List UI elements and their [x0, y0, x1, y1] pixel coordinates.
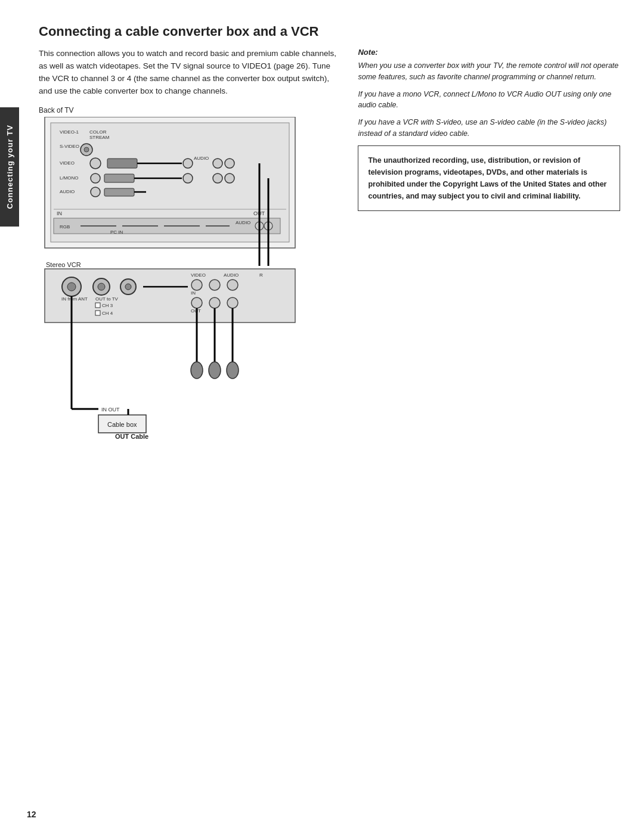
- svg-text:S-VIDEO: S-VIDEO: [60, 144, 79, 149]
- svg-rect-54: [95, 311, 100, 315]
- svg-text:STREAM: STREAM: [89, 135, 110, 140]
- svg-point-12: [183, 159, 193, 168]
- intro-paragraph: This connection allows you to watch and …: [39, 48, 340, 98]
- svg-point-66: [227, 297, 238, 308]
- note-line-1: When you use a converter box with your T…: [358, 60, 620, 83]
- svg-text:OUT to TV: OUT to TV: [95, 296, 119, 302]
- svg-rect-52: [95, 303, 100, 308]
- svg-rect-42: [45, 269, 295, 323]
- svg-point-60: [191, 280, 202, 290]
- warning-text: The unauthorized recording, use, distrib…: [368, 154, 610, 202]
- svg-text:Stereo VCR: Stereo VCR: [46, 261, 81, 268]
- svg-point-47: [98, 283, 105, 290]
- svg-point-62: [227, 280, 238, 290]
- svg-point-65: [209, 297, 220, 308]
- svg-text:PC IN: PC IN: [110, 230, 123, 235]
- page-title: Connecting a cable converter box and a V…: [39, 24, 620, 39]
- svg-text:AUDIO: AUDIO: [236, 220, 250, 225]
- svg-point-24: [91, 187, 100, 197]
- sidebar-tab-label: Connecting your TV: [5, 125, 14, 209]
- back-of-tv-label: Back of TV: [39, 106, 340, 114]
- note-heading: Note:: [358, 48, 620, 57]
- svg-point-64: [191, 297, 202, 308]
- svg-rect-18: [104, 174, 134, 182]
- svg-point-72: [209, 362, 221, 379]
- svg-point-14: [213, 159, 222, 168]
- svg-point-73: [227, 362, 239, 379]
- svg-text:VIDEO-1: VIDEO-1: [60, 129, 79, 135]
- svg-text:L/MONO: L/MONO: [60, 175, 79, 181]
- svg-point-17: [91, 173, 100, 183]
- svg-text:COLOR: COLOR: [89, 129, 107, 135]
- svg-point-21: [213, 173, 222, 183]
- svg-text:CH 3: CH 3: [102, 303, 113, 308]
- svg-text:CH 4: CH 4: [102, 311, 113, 316]
- svg-text:IN: IN: [191, 290, 196, 296]
- svg-point-49: [125, 284, 131, 290]
- diagram-area: Back of TV VIDEO-1 COLOR STREAM S-VIDEO: [39, 106, 340, 469]
- svg-text:VIDEO: VIDEO: [191, 272, 206, 278]
- svg-text:Cable box: Cable box: [107, 421, 137, 428]
- svg-text:AUDIO: AUDIO: [60, 189, 75, 194]
- svg-text:IN: IN: [57, 210, 62, 216]
- svg-text:IN  OUT: IN OUT: [101, 407, 120, 413]
- svg-rect-10: [107, 159, 137, 168]
- svg-text:R: R: [259, 272, 263, 278]
- svg-text:IN from ANT: IN from ANT: [61, 296, 88, 302]
- svg-point-9: [90, 158, 101, 169]
- svg-text:VIDEO: VIDEO: [60, 160, 75, 166]
- sidebar-tab: Connecting your TV: [0, 107, 19, 227]
- note-line-3: If you have a VCR with S-video, use an S…: [358, 117, 620, 140]
- page-number: 12: [27, 810, 36, 819]
- svg-point-71: [191, 362, 203, 379]
- svg-point-15: [225, 159, 234, 168]
- note-line-2: If you have a mono VCR, connect L/Mono t…: [358, 89, 620, 111]
- svg-text:OUT Cable: OUT Cable: [115, 433, 148, 440]
- svg-rect-25: [104, 188, 134, 196]
- connection-diagram: VIDEO-1 COLOR STREAM S-VIDEO VIDEO: [39, 117, 307, 469]
- svg-point-20: [183, 173, 193, 183]
- svg-point-7: [84, 147, 89, 152]
- svg-text:RGB: RGB: [60, 224, 70, 230]
- svg-text:AUDIO: AUDIO: [224, 272, 239, 278]
- warning-box: The unauthorized recording, use, distrib…: [358, 145, 620, 211]
- svg-point-61: [209, 280, 220, 290]
- svg-point-45: [67, 283, 76, 291]
- svg-text:AUDIO: AUDIO: [194, 156, 209, 161]
- svg-point-22: [225, 173, 234, 183]
